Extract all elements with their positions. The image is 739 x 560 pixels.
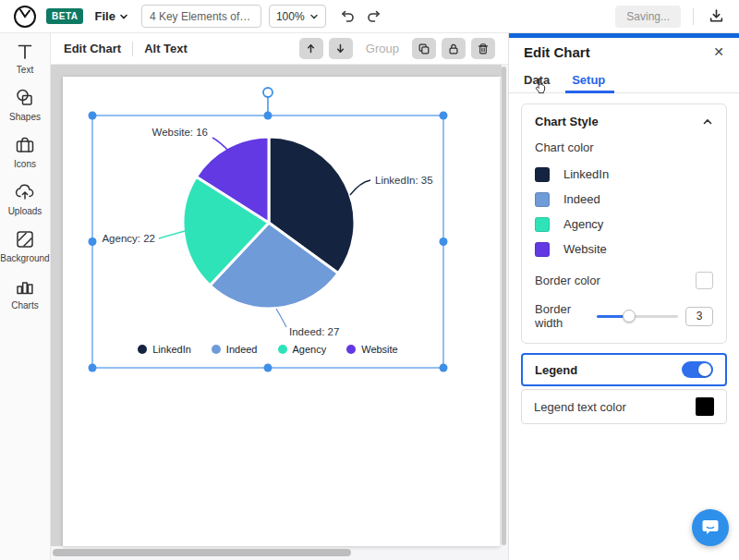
chart-color-list: LinkedInIndeedAgencyWebsite (535, 164, 713, 259)
sidebar-item-label: Icons (14, 159, 36, 169)
color-swatch[interactable] (535, 217, 550, 232)
arrow-up-icon (305, 43, 317, 55)
legend-item-label: Indeed (226, 344, 258, 355)
text-icon (15, 42, 35, 62)
sidebar-item-text[interactable]: Text (0, 42, 50, 75)
copy-icon (418, 43, 430, 55)
sidebar-item-icons[interactable]: Icons (0, 134, 50, 169)
redo-icon (366, 9, 382, 23)
selection-handle[interactable] (440, 364, 448, 372)
chart-legend-item: Agency (278, 344, 327, 355)
selection-handle[interactable] (440, 112, 448, 120)
selection-handle[interactable] (264, 112, 273, 120)
chat-bubble-icon (700, 517, 721, 538)
pie-chart[interactable]: LinkedIn: 35 Indeed: 27 Agency: 22 Websi… (63, 77, 500, 546)
chevron-up-icon[interactable] (702, 116, 713, 128)
selection-handle[interactable] (264, 364, 273, 372)
chart-legend-item: LinkedIn (138, 344, 191, 355)
group-button[interactable]: Group (366, 42, 399, 55)
border-width-input[interactable] (685, 307, 713, 326)
border-width-slider[interactable] (597, 310, 678, 323)
chart-color-row[interactable]: Website (535, 239, 713, 259)
color-swatch[interactable] (535, 192, 550, 207)
chart-legend-item: Indeed (212, 344, 258, 355)
close-button[interactable]: ✕ (713, 45, 724, 58)
edit-chart-panel: Edit Chart ✕ Data Setup Chart Style Char… (508, 33, 739, 560)
sidebar-item-label: Background (0, 253, 49, 263)
sidebar-item-label: Shapes (9, 112, 41, 122)
sidebar-item-uploads[interactable]: Uploads (0, 181, 50, 216)
legend-text-color-label: Legend text color (534, 400, 626, 414)
lock-button[interactable] (442, 38, 466, 59)
callout-label: Indeed: 27 (289, 326, 339, 337)
callout-label: LinkedIn: 35 (375, 175, 433, 186)
move-up-button[interactable] (299, 38, 323, 59)
saving-button[interactable]: Saving... (615, 6, 681, 28)
chevron-down-icon (309, 12, 319, 21)
legend-toggle[interactable] (682, 361, 713, 378)
chart-style-title: Chart Style (535, 115, 599, 128)
delete-button[interactable] (471, 38, 495, 59)
zoom-select[interactable]: 100% (269, 5, 326, 28)
color-swatch[interactable] (535, 242, 550, 257)
color-swatch[interactable] (535, 167, 550, 182)
rotation-handle[interactable] (263, 88, 273, 97)
chart-color-row[interactable]: Indeed (535, 189, 713, 209)
slider-knob[interactable] (623, 310, 636, 323)
horizontal-scrollbar[interactable] (51, 549, 502, 557)
selection-handle[interactable] (89, 364, 97, 372)
tab-setup[interactable]: Setup (572, 67, 605, 92)
tab-data[interactable]: Data (524, 67, 550, 92)
chart-color-row[interactable]: Agency (535, 214, 713, 234)
color-name: Website (563, 242, 607, 256)
legend-dot (138, 345, 147, 354)
border-width-label: Border width (535, 302, 597, 330)
app-window: BETA File 100% Saving... (0, 0, 739, 560)
selection-handle[interactable] (440, 237, 448, 246)
legend-setting-card[interactable]: Legend (521, 353, 727, 386)
file-menu[interactable]: File (94, 9, 127, 23)
bar-chart-icon (14, 275, 36, 298)
callout-label: Website: 16 (151, 127, 208, 138)
sidebar-item-background[interactable]: Background (0, 228, 50, 263)
selection-handle[interactable] (89, 112, 97, 120)
horizontal-scrollbar-thumb[interactable] (53, 549, 351, 556)
legend-dot (278, 345, 287, 354)
alt-text-button[interactable]: Alt Text (144, 42, 188, 55)
undo-button[interactable] (339, 7, 357, 26)
chart-color-row[interactable]: LinkedIn (535, 164, 713, 184)
canvas-gutter-top (51, 65, 502, 77)
duplicate-button[interactable] (412, 38, 436, 59)
trash-icon (477, 43, 490, 55)
shapes-icon (14, 87, 36, 109)
move-down-button[interactable] (329, 38, 353, 59)
canvas-area: LinkedIn: 35 Indeed: 27 Agency: 22 Websi… (51, 65, 508, 560)
document-title-input[interactable] (141, 5, 261, 28)
chart-style-card: Chart Style Chart color LinkedInIndeedAg… (521, 103, 727, 344)
download-button[interactable] (706, 6, 726, 27)
callout-label: Agency: 22 (102, 233, 155, 244)
selection-handle[interactable] (89, 237, 97, 246)
chat-button[interactable] (692, 509, 729, 546)
undo-icon (340, 9, 356, 23)
edit-chart-button[interactable]: Edit Chart (64, 42, 121, 55)
redo-button[interactable] (365, 7, 383, 26)
chart-legend: LinkedInIndeedAgencyWebsite (92, 344, 443, 355)
legend-text-color-swatch[interactable] (696, 397, 714, 416)
toolbar-divider (132, 42, 133, 56)
sidebar-item-label: Charts (11, 300, 38, 310)
left-sidebar: Text Shapes Icons Uploads Background Cha… (0, 33, 51, 560)
sidebar-item-label: Text (17, 65, 33, 75)
chevron-down-icon (119, 12, 128, 21)
legend-item-label: Agency (293, 344, 327, 355)
sidebar-item-charts[interactable]: Charts (0, 275, 50, 310)
app-logo-icon[interactable] (13, 5, 37, 29)
file-menu-label: File (94, 9, 115, 23)
color-name: Indeed (563, 192, 600, 206)
design-page[interactable]: LinkedIn: 35 Indeed: 27 Agency: 22 Websi… (63, 77, 500, 546)
color-name: Agency (563, 217, 603, 231)
sidebar-item-shapes[interactable]: Shapes (0, 87, 50, 122)
chart-color-label: Chart color (535, 140, 713, 154)
border-color-swatch[interactable] (696, 272, 713, 289)
vertical-scrollbar-thumb[interactable] (502, 67, 506, 545)
